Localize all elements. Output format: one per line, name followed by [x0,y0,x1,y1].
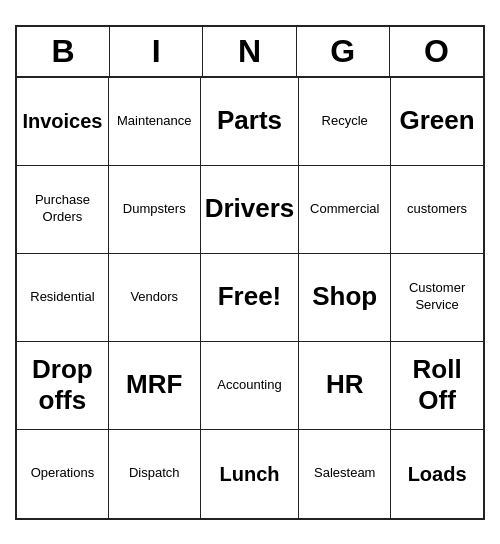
bingo-header: BINGO [17,27,483,78]
bingo-cell[interactable]: Operations [17,430,109,518]
cell-text: Purchase Orders [21,192,104,226]
cell-text: customers [407,201,467,218]
bingo-cell[interactable]: Maintenance [109,78,201,166]
cell-text: Maintenance [117,113,191,130]
cell-text: Green [400,105,475,136]
bingo-cell[interactable]: Invoices [17,78,109,166]
bingo-cell[interactable]: HR [299,342,391,430]
cell-text: Accounting [217,377,281,394]
bingo-cell[interactable]: Green [391,78,483,166]
bingo-cell[interactable]: MRF [109,342,201,430]
header-letter: O [390,27,483,76]
bingo-grid: InvoicesMaintenancePartsRecycleGreenPurc… [17,78,483,518]
bingo-cell[interactable]: Shop [299,254,391,342]
bingo-cell[interactable]: Vendors [109,254,201,342]
bingo-cell[interactable]: Dispatch [109,430,201,518]
cell-text: Residential [30,289,94,306]
header-letter: I [110,27,203,76]
cell-text: Loads [408,462,467,486]
cell-text: Free! [218,281,282,312]
cell-text: Parts [217,105,282,136]
cell-text: Dispatch [129,465,180,482]
bingo-cell[interactable]: Recycle [299,78,391,166]
bingo-card: BINGO InvoicesMaintenancePartsRecycleGre… [15,25,485,520]
header-letter: G [297,27,390,76]
bingo-cell[interactable]: Commercial [299,166,391,254]
cell-text: Recycle [322,113,368,130]
bingo-cell[interactable]: Dumpsters [109,166,201,254]
cell-text: Lunch [220,462,280,486]
bingo-cell[interactable]: Accounting [201,342,300,430]
cell-text: HR [326,369,364,400]
header-letter: B [17,27,110,76]
cell-text: Commercial [310,201,379,218]
bingo-cell[interactable]: customers [391,166,483,254]
cell-text: Drivers [205,193,295,224]
cell-text: Invoices [22,109,102,133]
bingo-cell[interactable]: Free! [201,254,300,342]
bingo-cell[interactable]: Parts [201,78,300,166]
cell-text: Operations [31,465,95,482]
bingo-cell[interactable]: Lunch [201,430,300,518]
cell-text: Drop offs [21,354,104,416]
bingo-cell[interactable]: Drop offs [17,342,109,430]
bingo-cell[interactable]: Salesteam [299,430,391,518]
bingo-cell[interactable]: Loads [391,430,483,518]
header-letter: N [203,27,296,76]
cell-text: MRF [126,369,182,400]
cell-text: Vendors [130,289,178,306]
cell-text: Shop [312,281,377,312]
cell-text: Salesteam [314,465,375,482]
bingo-cell[interactable]: Purchase Orders [17,166,109,254]
bingo-cell[interactable]: Customer Service [391,254,483,342]
bingo-cell[interactable]: Residential [17,254,109,342]
bingo-cell[interactable]: Roll Off [391,342,483,430]
cell-text: Customer Service [395,280,479,314]
cell-text: Roll Off [395,354,479,416]
bingo-cell[interactable]: Drivers [201,166,300,254]
cell-text: Dumpsters [123,201,186,218]
